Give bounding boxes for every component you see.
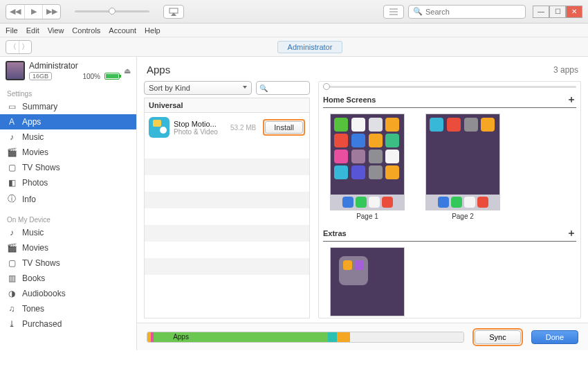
window-close-button[interactable]: ✕ <box>566 6 582 18</box>
device-header: Administrator 16GB 100% ⏏ <box>0 57 136 84</box>
sidebar-item-od-movies[interactable]: 🎬Movies <box>0 240 136 255</box>
tv-icon: ▢ <box>7 258 17 268</box>
device-capacity-badge: 16GB <box>29 72 52 80</box>
sidebar-item-od-music[interactable]: ♪Music <box>0 225 136 240</box>
search-field[interactable] <box>425 8 521 16</box>
device-thumbnail-icon <box>6 61 25 80</box>
menu-file[interactable]: File <box>6 26 18 35</box>
home-screen-page[interactable]: Page 2 <box>425 114 500 220</box>
page-label: Page 2 <box>452 213 474 220</box>
music-icon: ♪ <box>7 228 17 237</box>
add-page-button[interactable]: ＋ <box>567 93 576 106</box>
menu-controls[interactable]: Controls <box>72 26 100 35</box>
menubar: File Edit View Controls Account Help <box>0 24 588 37</box>
app-name: Stop Motio... <box>174 120 226 128</box>
device-name: Administrator <box>29 61 120 71</box>
sidebar-item-od-tones[interactable]: ♫Tones <box>0 301 136 316</box>
battery-icon <box>104 73 120 80</box>
done-button[interactable]: Done <box>531 330 578 344</box>
sort-dropdown[interactable]: Sort by Kind <box>144 81 252 95</box>
summary-icon: ▭ <box>7 102 17 111</box>
sidebar-item-movies[interactable]: 🎬Movies <box>0 145 136 160</box>
tv-icon: ▢ <box>7 163 17 172</box>
volume-slider[interactable] <box>71 10 154 12</box>
menu-edit[interactable]: Edit <box>26 26 39 35</box>
app-row[interactable]: Stop Motio... Photo & Video 53.2 MB Inst… <box>145 113 309 142</box>
apps-column: Sort by Kind 🔍 Universal Stop Motio... P… <box>144 81 310 318</box>
sidebar-item-music[interactable]: ♪Music <box>0 129 136 145</box>
app-size: 53.2 MB <box>230 124 256 132</box>
ondevice-group-label: On My Device <box>0 213 136 225</box>
breadcrumb-row: 〈 〉 Administrator <box>0 37 588 57</box>
sidebar-item-od-tv[interactable]: ▢TV Shows <box>0 255 136 271</box>
sidebar-item-od-books[interactable]: ▥Books <box>0 271 136 286</box>
footer: Apps Sync Done <box>137 323 588 350</box>
search-input[interactable]: 🔍 <box>408 5 526 19</box>
movies-icon: 🎬 <box>7 147 17 157</box>
page-title: Apps <box>147 64 170 75</box>
airplay-button[interactable] <box>163 5 184 19</box>
info-icon: ⓘ <box>7 193 17 205</box>
forward-icon[interactable]: 〉 <box>19 41 31 53</box>
add-extras-button[interactable]: ＋ <box>567 227 576 240</box>
page-label: Page 1 <box>356 213 378 220</box>
app-icon <box>149 117 169 138</box>
purchased-icon: ⤓ <box>7 319 17 329</box>
list-view-button[interactable] <box>383 5 404 19</box>
titlebar: ◀◀ ▶ ▶▶ 🔍 — ☐ ✕ <box>0 0 588 24</box>
svg-rect-0 <box>169 8 178 13</box>
home-screens-header: Home Screens ＋ <box>323 92 576 108</box>
sidebar-item-photos[interactable]: ◧Photos <box>0 175 136 190</box>
breadcrumb[interactable]: Administrator <box>277 41 343 53</box>
apps-search-input[interactable]: 🔍 <box>256 81 310 95</box>
sidebar-item-od-audiobooks[interactable]: ◑Audiobooks <box>0 286 136 301</box>
audiobooks-icon: ◑ <box>7 289 17 298</box>
sidebar-item-summary[interactable]: ▭Summary <box>0 99 136 114</box>
app-count: 3 apps <box>553 65 578 75</box>
nav-back-forward[interactable]: 〈 〉 <box>6 40 32 54</box>
battery-percent: 100% <box>82 73 100 80</box>
sidebar-item-apps[interactable]: AApps <box>0 114 136 129</box>
menu-help[interactable]: Help <box>145 26 160 35</box>
playback-controls[interactable]: ◀◀ ▶ ▶▶ <box>6 4 61 19</box>
sync-button[interactable]: Sync <box>475 330 520 344</box>
prev-icon[interactable]: ◀◀ <box>6 5 24 19</box>
zoom-slider[interactable] <box>323 86 576 88</box>
storage-label: Apps <box>173 333 189 341</box>
next-icon[interactable]: ▶▶ <box>42 5 60 19</box>
sidebar-item-tvshows[interactable]: ▢TV Shows <box>0 160 136 175</box>
books-icon: ▥ <box>7 273 17 283</box>
sidebar-item-od-purchased[interactable]: ⤓Purchased <box>0 316 136 332</box>
play-icon[interactable]: ▶ <box>24 5 42 19</box>
extras-page[interactable] <box>330 247 405 316</box>
menu-account[interactable]: Account <box>109 26 136 35</box>
music-icon: ♪ <box>7 132 17 142</box>
storage-bar: Apps <box>147 332 464 343</box>
main-panel: Apps 3 apps Sort by Kind 🔍 Universal Sto… <box>137 57 588 350</box>
movies-icon: 🎬 <box>7 243 17 253</box>
sidebar-item-info[interactable]: ⓘInfo <box>0 190 136 208</box>
window-maximize-button[interactable]: ☐ <box>549 6 566 18</box>
sidebar: Administrator 16GB 100% ⏏ Settings ▭Summ… <box>0 57 137 350</box>
apps-group-header: Universal <box>145 98 309 113</box>
settings-group-label: Settings <box>0 87 136 99</box>
home-screens-column: Home Screens ＋ <box>318 81 581 318</box>
eject-icon[interactable]: ⏏ <box>124 66 131 75</box>
photos-icon: ◧ <box>7 178 17 188</box>
back-icon[interactable]: 〈 <box>6 41 19 53</box>
home-screen-page[interactable]: Page 1 <box>330 114 405 220</box>
install-button[interactable]: Install <box>265 121 303 134</box>
install-highlight: Install <box>263 119 305 136</box>
search-icon: 🔍 <box>259 84 268 92</box>
apps-icon: A <box>7 117 17 127</box>
sync-highlight: Sync <box>472 328 522 346</box>
menu-view[interactable]: View <box>48 26 64 35</box>
window-minimize-button[interactable]: — <box>533 6 549 18</box>
extras-header: Extras ＋ <box>323 226 576 242</box>
app-category: Photo & Video <box>174 128 226 136</box>
tones-icon: ♫ <box>7 304 17 314</box>
search-icon: 🔍 <box>413 7 423 16</box>
